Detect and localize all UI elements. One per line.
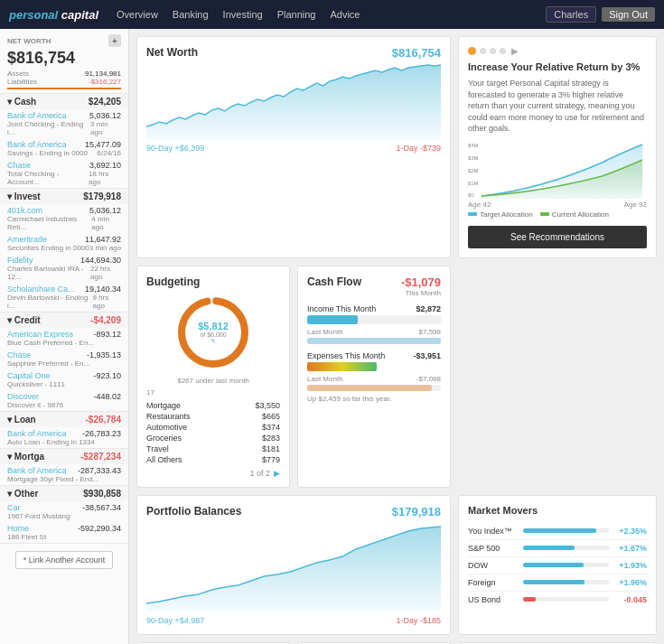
add-account-icon[interactable]: + (108, 34, 121, 47)
income-label: Income This Month (307, 304, 376, 313)
account-amount: 15,477.09 (85, 140, 121, 149)
section-credit-header[interactable]: ▾ Credit -$4,209 (0, 312, 128, 328)
account-name[interactable]: Chase (7, 350, 31, 359)
account-name[interactable]: Bank of America (7, 429, 67, 438)
account-amount: -448.02 (93, 392, 121, 401)
section-mortgage-label: ▾ Mortga (7, 452, 44, 462)
account-name[interactable]: Car (7, 503, 21, 512)
svg-text:$1M: $1M (468, 181, 479, 186)
nav-link-planning[interactable]: Planning (277, 9, 316, 20)
signout-button[interactable]: Sign Out (602, 7, 655, 22)
account-home: Home -592,290.34 186 Fleet St (0, 522, 128, 543)
net-worth-label: NET WORTH (7, 37, 51, 45)
account-name[interactable]: American Express (7, 330, 73, 339)
section-invest-header[interactable]: ▾ Invest $179,918 (0, 188, 128, 204)
budget-row-mortgage: Mortgage$3,550 (146, 400, 280, 411)
portfolio-value: $179,918 (392, 505, 441, 518)
budget-row-others: All Others$779 (146, 454, 280, 465)
income-value: $2,872 (416, 304, 441, 313)
donut-amount: $5,812 (198, 320, 229, 331)
account-name[interactable]: 401k.com (7, 206, 42, 215)
nav-link-investing[interactable]: Investing (223, 9, 263, 20)
account-sub: Auto Loan - Ending in 1334 (7, 438, 121, 446)
budget-row-groceries: Groceries$283 (146, 433, 280, 443)
account-name[interactable]: Scholarshare Ca... (7, 285, 75, 294)
account-sub: Carmichael Industries Reti... (7, 215, 91, 231)
account-time: 22 hrs ago (90, 265, 121, 281)
section-cash-total: $24,205 (89, 97, 121, 107)
current-legend-icon (540, 212, 549, 216)
account-name[interactable]: Capital One (7, 371, 51, 380)
section-credit-total: -$4,209 (90, 315, 121, 325)
svg-text:$0: $0 (468, 192, 474, 198)
last-expense-label: Last Month (307, 375, 343, 383)
section-other-header[interactable]: ▾ Other $930,858 (0, 485, 128, 501)
account-amount: -592,290.34 (78, 524, 121, 533)
account-amount: -893.12 (93, 330, 121, 339)
content-area: Net Worth $816,754 90-Day +$6,399 (129, 29, 664, 644)
portfolio-90d: 90-Day +$4,987 (146, 616, 204, 625)
logo-capital: capital (61, 8, 98, 22)
liabilities-label: Liabilities (7, 78, 37, 86)
account-sub: Mortgage 30yr Fixed - End... (7, 475, 121, 483)
last-expense-bar (307, 385, 432, 391)
account-name[interactable]: Bank of America (7, 111, 67, 120)
nav-link-overview[interactable]: Overview (117, 9, 158, 20)
account-amount: -923.10 (93, 371, 121, 380)
budget-list: Mortgage$3,550 Restaurants$665 Automotiv… (146, 400, 280, 465)
account-chase-checking: Chase 3,692.10 Total Checking - Account.… (0, 159, 128, 188)
section-cash-header[interactable]: ▾ Cash $24,205 (0, 93, 128, 109)
account-sub: Devin Bartowski - Ending i... (7, 294, 93, 310)
nav-link-banking[interactable]: Banking (173, 9, 209, 20)
budgeting-title: Budgeting (146, 275, 280, 288)
account-name[interactable]: Home (7, 524, 29, 533)
expense-value: -$3,951 (413, 351, 441, 360)
ytd-note: Up $2,459 so far this year. (307, 395, 441, 403)
section-loan: ▾ Loan -$26,784 Bank of America -26,783.… (0, 411, 128, 448)
account-amount: -1,935.13 (87, 350, 121, 359)
section-loan-header[interactable]: ▾ Loan -$26,784 (0, 411, 128, 427)
account-capitalone: Capital One -923.10 Quicksilver - 1111 (0, 369, 128, 390)
expense-label: Expenses This Month (307, 351, 385, 360)
target-legend-label: Target Allocation (480, 210, 533, 219)
last-income-bar (307, 338, 441, 344)
account-name[interactable]: Chase (7, 161, 31, 170)
account-amount: 5,036.12 (89, 111, 121, 120)
account-chase-credit: Chase -1,935.13 Sapphire Preferred - En.… (0, 349, 128, 369)
section-other: ▾ Other $930,858 Car -38,567.34 1967 For… (0, 485, 128, 543)
account-car: Car -38,567.34 1967 Ford Mustang (0, 501, 128, 522)
income-bar (307, 315, 358, 324)
account-name[interactable]: Discover (7, 392, 39, 401)
current-legend-label: Current Allocation (552, 210, 609, 219)
market-change-youindex: +2.35% (613, 527, 647, 536)
market-name-dow: DOW (468, 561, 519, 570)
account-401k: 401k.com 5,036.12 Carmichael Industries … (0, 204, 128, 233)
account-name[interactable]: Bank of America (7, 466, 67, 475)
section-mortgage-header[interactable]: ▾ Mortga -$287,234 (0, 448, 128, 464)
account-time: 4 min ago (91, 215, 121, 231)
see-recommendations-button[interactable]: See Recommendations (468, 226, 647, 248)
link-account-button[interactable]: * Link Another Account (15, 551, 114, 569)
account-sub: 186 Fleet St (7, 533, 121, 541)
account-name[interactable]: Fidelity (7, 256, 33, 265)
user-button[interactable]: Charles (546, 6, 596, 23)
account-discover: Discover -448.02 Discover it - 9876 (0, 390, 128, 411)
account-name[interactable]: Ameritrade (7, 235, 47, 244)
market-change-dow: +1.93% (613, 561, 647, 570)
budget-next-icon[interactable]: ▶ (274, 469, 280, 478)
section-credit-label: ▾ Credit (7, 315, 41, 325)
account-name[interactable]: Bank of America (7, 140, 67, 149)
account-amount: -38,567.34 (82, 503, 121, 512)
donut-edit-icon[interactable]: ✎ (198, 337, 229, 344)
account-fidelity: Fidelity 144,694.30 Charles Bartowski IR… (0, 254, 128, 283)
rec-arrow-right[interactable]: ▶ (511, 46, 519, 56)
rec-text: Your target Personal Capital strategy is… (468, 78, 647, 135)
portfolio-chart (146, 522, 441, 612)
account-amount: 11,647.92 (85, 235, 121, 244)
account-sub: Discover it - 9876 (7, 401, 121, 409)
rec-title: Increase Your Relative Return by 3% (468, 61, 647, 72)
market-movers-card: Market Movers You Index™ +2.35% S&P 500 … (458, 495, 657, 635)
account-sub: Charles Bartowski IRA - 12... (7, 265, 90, 281)
nav-link-advice[interactable]: Advice (330, 9, 360, 20)
account-sub: Quicksilver - 1111 (7, 380, 121, 388)
